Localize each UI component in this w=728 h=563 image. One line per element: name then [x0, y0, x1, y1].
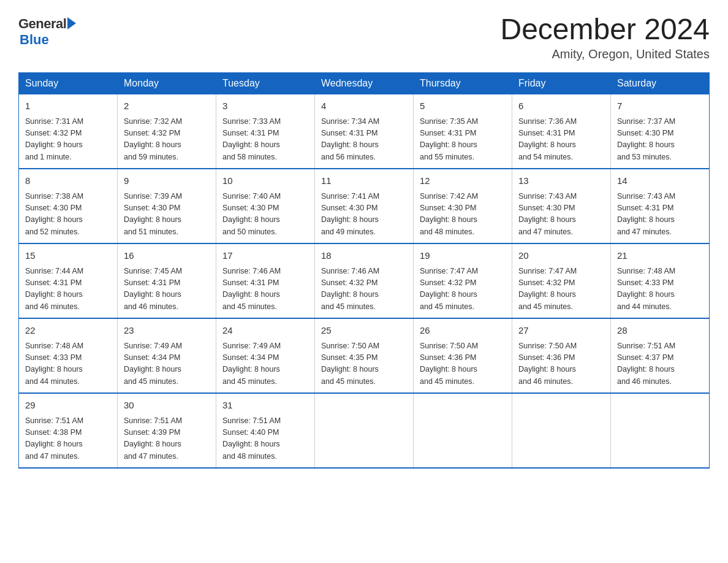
calendar-cell: 14Sunrise: 7:43 AMSunset: 4:31 PMDayligh…: [611, 169, 710, 243]
month-title: December 2024: [500, 12, 710, 46]
day-number: 18: [321, 249, 407, 263]
header-tuesday: Tuesday: [216, 73, 315, 94]
location-subtitle: Amity, Oregon, United States: [500, 47, 710, 61]
day-info: Sunrise: 7:46 AMSunset: 4:31 PMDaylight:…: [222, 266, 308, 313]
day-info: Sunrise: 7:51 AMSunset: 4:38 PMDaylight:…: [25, 415, 111, 463]
day-number: 25: [321, 324, 407, 338]
day-info: Sunrise: 7:51 AMSunset: 4:37 PMDaylight:…: [617, 340, 703, 388]
day-info: Sunrise: 7:43 AMSunset: 4:30 PMDaylight:…: [518, 191, 604, 239]
calendar-cell: 10Sunrise: 7:40 AMSunset: 4:30 PMDayligh…: [216, 169, 315, 243]
logo-arrow-icon: [67, 17, 76, 29]
day-info: Sunrise: 7:44 AMSunset: 4:31 PMDaylight:…: [25, 266, 111, 313]
calendar-cell: 13Sunrise: 7:43 AMSunset: 4:30 PMDayligh…: [512, 169, 611, 243]
day-number: 13: [518, 174, 604, 188]
calendar-cell: 11Sunrise: 7:41 AMSunset: 4:30 PMDayligh…: [315, 169, 414, 243]
calendar-cell: 25Sunrise: 7:50 AMSunset: 4:35 PMDayligh…: [315, 318, 414, 393]
calendar-cell: 22Sunrise: 7:48 AMSunset: 4:33 PMDayligh…: [19, 318, 118, 393]
calendar-cell: 3Sunrise: 7:33 AMSunset: 4:31 PMDaylight…: [216, 94, 315, 169]
header-thursday: Thursday: [414, 73, 512, 94]
day-info: Sunrise: 7:36 AMSunset: 4:31 PMDaylight:…: [518, 116, 604, 164]
day-info: Sunrise: 7:35 AMSunset: 4:31 PMDaylight:…: [420, 116, 506, 164]
day-info: Sunrise: 7:49 AMSunset: 4:34 PMDaylight:…: [222, 340, 308, 388]
day-info: Sunrise: 7:51 AMSunset: 4:39 PMDaylight:…: [124, 415, 210, 463]
logo: General Blue: [18, 12, 76, 48]
day-number: 31: [222, 399, 308, 413]
day-number: 27: [518, 324, 604, 338]
calendar-cell: [611, 393, 710, 468]
day-info: Sunrise: 7:48 AMSunset: 4:33 PMDaylight:…: [25, 340, 111, 388]
day-number: 30: [124, 399, 210, 413]
day-info: Sunrise: 7:48 AMSunset: 4:33 PMDaylight:…: [617, 266, 703, 313]
day-info: Sunrise: 7:50 AMSunset: 4:36 PMDaylight:…: [518, 340, 604, 388]
day-number: 28: [617, 324, 703, 338]
logo-general-text: General: [18, 16, 66, 32]
calendar-cell: [512, 393, 611, 468]
calendar-cell: 20Sunrise: 7:47 AMSunset: 4:32 PMDayligh…: [512, 243, 611, 318]
calendar-cell: 28Sunrise: 7:51 AMSunset: 4:37 PMDayligh…: [611, 318, 710, 393]
day-info: Sunrise: 7:50 AMSunset: 4:36 PMDaylight:…: [420, 340, 506, 388]
day-number: 11: [321, 174, 407, 188]
day-number: 6: [518, 99, 604, 113]
header-monday: Monday: [118, 73, 216, 94]
calendar-cell: 12Sunrise: 7:42 AMSunset: 4:30 PMDayligh…: [414, 169, 512, 243]
day-number: 16: [124, 249, 210, 263]
day-info: Sunrise: 7:47 AMSunset: 4:32 PMDaylight:…: [420, 266, 506, 313]
calendar-week-row: 22Sunrise: 7:48 AMSunset: 4:33 PMDayligh…: [19, 318, 710, 393]
day-info: Sunrise: 7:37 AMSunset: 4:30 PMDaylight:…: [617, 116, 703, 164]
day-number: 14: [617, 174, 703, 188]
calendar-cell: 9Sunrise: 7:39 AMSunset: 4:30 PMDaylight…: [118, 169, 216, 243]
logo-blue-text: Blue: [20, 32, 49, 48]
day-info: Sunrise: 7:33 AMSunset: 4:31 PMDaylight:…: [222, 116, 308, 164]
header-friday: Friday: [512, 73, 611, 94]
day-number: 8: [25, 174, 111, 188]
calendar-cell: 23Sunrise: 7:49 AMSunset: 4:34 PMDayligh…: [118, 318, 216, 393]
day-number: 9: [124, 174, 210, 188]
day-number: 10: [222, 174, 308, 188]
day-number: 2: [124, 99, 210, 113]
day-info: Sunrise: 7:51 AMSunset: 4:40 PMDaylight:…: [222, 415, 308, 463]
day-number: 21: [617, 249, 703, 263]
day-info: Sunrise: 7:41 AMSunset: 4:30 PMDaylight:…: [321, 191, 407, 239]
calendar-cell: 1Sunrise: 7:31 AMSunset: 4:32 PMDaylight…: [19, 94, 118, 169]
day-number: 20: [518, 249, 604, 263]
day-number: 26: [420, 324, 506, 338]
day-info: Sunrise: 7:46 AMSunset: 4:32 PMDaylight:…: [321, 266, 407, 313]
calendar-cell: 26Sunrise: 7:50 AMSunset: 4:36 PMDayligh…: [414, 318, 512, 393]
title-area: December 2024 Amity, Oregon, United Stat…: [500, 12, 710, 61]
day-number: 7: [617, 99, 703, 113]
day-number: 17: [222, 249, 308, 263]
header-sunday: Sunday: [19, 73, 118, 94]
header-wednesday: Wednesday: [315, 73, 414, 94]
calendar-week-row: 8Sunrise: 7:38 AMSunset: 4:30 PMDaylight…: [19, 169, 710, 243]
calendar-cell: [315, 393, 414, 468]
day-number: 4: [321, 99, 407, 113]
day-number: 19: [420, 249, 506, 263]
calendar-cell: 7Sunrise: 7:37 AMSunset: 4:30 PMDaylight…: [611, 94, 710, 169]
calendar-week-row: 29Sunrise: 7:51 AMSunset: 4:38 PMDayligh…: [19, 393, 710, 468]
calendar-cell: 19Sunrise: 7:47 AMSunset: 4:32 PMDayligh…: [414, 243, 512, 318]
day-number: 29: [25, 399, 111, 413]
day-info: Sunrise: 7:50 AMSunset: 4:35 PMDaylight:…: [321, 340, 407, 388]
calendar-header-row: SundayMondayTuesdayWednesdayThursdayFrid…: [19, 73, 710, 94]
calendar-cell: 2Sunrise: 7:32 AMSunset: 4:32 PMDaylight…: [118, 94, 216, 169]
calendar-cell: 21Sunrise: 7:48 AMSunset: 4:33 PMDayligh…: [611, 243, 710, 318]
day-info: Sunrise: 7:43 AMSunset: 4:31 PMDaylight:…: [617, 191, 703, 239]
calendar-week-row: 1Sunrise: 7:31 AMSunset: 4:32 PMDaylight…: [19, 94, 710, 169]
calendar-cell: 29Sunrise: 7:51 AMSunset: 4:38 PMDayligh…: [19, 393, 118, 468]
day-number: 1: [25, 99, 111, 113]
calendar-cell: 30Sunrise: 7:51 AMSunset: 4:39 PMDayligh…: [118, 393, 216, 468]
day-number: 12: [420, 174, 506, 188]
day-number: 24: [222, 324, 308, 338]
day-info: Sunrise: 7:38 AMSunset: 4:30 PMDaylight:…: [25, 191, 111, 239]
day-info: Sunrise: 7:34 AMSunset: 4:31 PMDaylight:…: [321, 116, 407, 164]
day-info: Sunrise: 7:45 AMSunset: 4:31 PMDaylight:…: [124, 266, 210, 313]
calendar-cell: 6Sunrise: 7:36 AMSunset: 4:31 PMDaylight…: [512, 94, 611, 169]
calendar-cell: 17Sunrise: 7:46 AMSunset: 4:31 PMDayligh…: [216, 243, 315, 318]
header-saturday: Saturday: [611, 73, 710, 94]
calendar-cell: 8Sunrise: 7:38 AMSunset: 4:30 PMDaylight…: [19, 169, 118, 243]
day-number: 5: [420, 99, 506, 113]
calendar-cell: 15Sunrise: 7:44 AMSunset: 4:31 PMDayligh…: [19, 243, 118, 318]
calendar-cell: 24Sunrise: 7:49 AMSunset: 4:34 PMDayligh…: [216, 318, 315, 393]
calendar-cell: 4Sunrise: 7:34 AMSunset: 4:31 PMDaylight…: [315, 94, 414, 169]
day-info: Sunrise: 7:32 AMSunset: 4:32 PMDaylight:…: [124, 116, 210, 164]
